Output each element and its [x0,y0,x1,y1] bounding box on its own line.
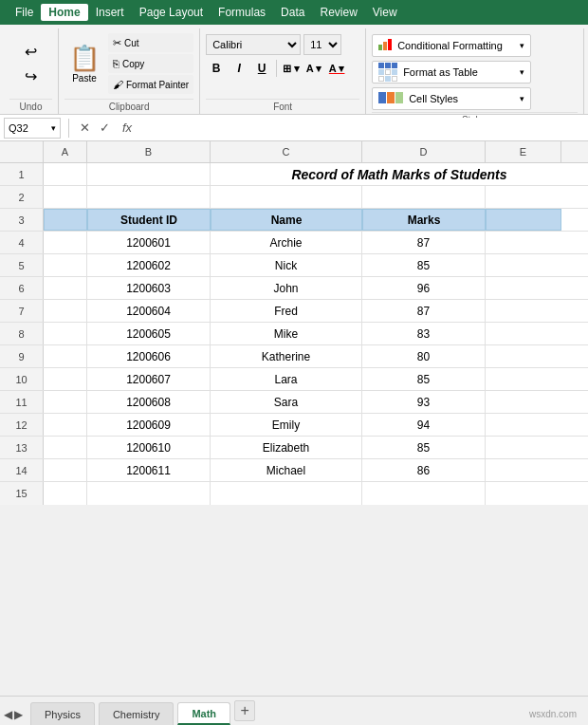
font-size-select[interactable]: 11 [303,34,341,55]
cell-b5[interactable]: 1200602 [87,254,211,276]
row-num-6[interactable]: 6 [0,277,44,299]
cell-d8[interactable]: 83 [362,323,486,344]
cell-b4[interactable]: 1200601 [87,232,211,253]
font-color-button[interactable]: A ▾ [326,58,347,79]
cell-d10[interactable]: 85 [362,368,486,390]
row-num-3[interactable]: 3 [0,209,44,231]
cell-d11[interactable]: 93 [362,391,486,413]
col-header-b[interactable]: B [87,141,211,162]
cell-e2[interactable] [486,186,561,208]
cell-c13[interactable]: Elizabeth [211,437,362,458]
add-sheet-button[interactable]: + [234,700,255,721]
menu-formulas[interactable]: Formulas [211,4,273,21]
formula-input[interactable] [141,118,584,139]
cell-d4[interactable]: 87 [362,232,486,253]
cell-e4[interactable] [486,232,561,253]
row-num-9[interactable]: 9 [0,345,44,367]
cell-e14[interactable] [486,459,561,481]
col-header-a[interactable]: A [44,141,87,162]
tab-prev-icon[interactable]: ◀ [4,708,12,721]
cell-e8[interactable] [486,323,561,344]
cell-d3[interactable]: Marks [362,209,486,231]
undo-button[interactable]: ↩ [18,41,45,62]
confirm-formula-icon[interactable]: ✓ [97,121,113,135]
cell-d9[interactable]: 80 [362,345,486,367]
cell-b6[interactable]: 1200603 [87,277,211,299]
row-num-14[interactable]: 14 [0,459,44,481]
cell-b11[interactable]: 1200608 [87,391,211,413]
row-num-12[interactable]: 12 [0,414,44,436]
cell-a12[interactable] [44,414,87,436]
cell-b3[interactable]: Student ID [87,209,211,231]
fill-color-button[interactable]: A ▾ [303,58,324,79]
cell-a10[interactable] [44,368,87,390]
cell-d13[interactable]: 85 [362,437,486,458]
tab-math[interactable]: Math [177,702,230,725]
cell-e11[interactable] [486,391,561,413]
underline-button[interactable]: U [251,58,272,79]
cell-b1[interactable] [87,163,211,185]
cell-b7[interactable]: 1200604 [87,300,211,322]
tab-physics[interactable]: Physics [30,702,95,725]
cell-e13[interactable] [486,437,561,458]
cut-button[interactable]: ✂ Cut [108,33,193,52]
menu-page-layout[interactable]: Page Layout [132,4,211,21]
cell-a7[interactable] [44,300,87,322]
italic-button[interactable]: I [229,58,249,79]
cell-e10[interactable] [486,368,561,390]
cell-b10[interactable]: 1200607 [87,368,211,390]
cell-c4[interactable]: Archie [211,232,362,253]
cell-a4[interactable] [44,232,87,253]
cell-c10[interactable]: Lara [211,368,362,390]
cell-a3[interactable] [44,209,87,231]
cell-a8[interactable] [44,323,87,344]
cell-b2[interactable] [87,186,211,208]
col-header-e[interactable]: E [486,141,561,162]
cell-a13[interactable] [44,437,87,458]
cell-e3[interactable] [486,209,561,231]
cancel-formula-icon[interactable]: ✕ [77,121,93,135]
cell-d5[interactable]: 85 [362,254,486,276]
menu-insert[interactable]: Insert [88,4,132,21]
row-num-2[interactable]: 2 [0,186,44,208]
cell-b15[interactable] [87,482,211,505]
cell-c9[interactable]: Katherine [211,345,362,367]
menu-view[interactable]: View [365,4,405,21]
menu-home[interactable]: Home [41,4,87,21]
row-num-11[interactable]: 11 [0,391,44,413]
row-num-1[interactable]: 1 [0,163,44,185]
cell-d2[interactable] [362,186,486,208]
border-button[interactable]: ⊞ ▾ [281,58,302,79]
cell-a14[interactable] [44,459,87,481]
cell-reference-box[interactable]: Q32 ▾ [4,118,61,139]
menu-file[interactable]: File [8,4,41,21]
cell-a6[interactable] [44,277,87,299]
cell-c6[interactable]: John [211,277,362,299]
cell-d15[interactable] [362,482,486,505]
cell-b8[interactable]: 1200605 [87,323,211,344]
cell-c3[interactable]: Name [211,209,362,231]
cell-c2[interactable] [211,186,362,208]
menu-data[interactable]: Data [273,4,312,21]
cell-a9[interactable] [44,345,87,367]
cell-d7[interactable]: 87 [362,300,486,322]
cell-e7[interactable] [486,300,561,322]
format-as-table-button[interactable]: Format as Table ▾ [372,61,531,84]
redo-button[interactable]: ↪ [18,65,45,86]
row-num-15[interactable]: 15 [0,482,44,505]
cell-e6[interactable] [486,277,561,299]
cell-c7[interactable]: Fred [211,300,362,322]
font-name-select[interactable]: Calibri [206,34,301,55]
cell-b12[interactable]: 1200609 [87,414,211,436]
row-num-7[interactable]: 7 [0,300,44,322]
bold-button[interactable]: B [206,58,227,79]
cell-c5[interactable]: Nick [211,254,362,276]
cell-e12[interactable] [486,414,561,436]
copy-button[interactable]: ⎘ Copy [108,54,193,73]
row-num-8[interactable]: 8 [0,323,44,344]
format-painter-button[interactable]: 🖌 Format Painter [108,75,193,94]
tab-chemistry[interactable]: Chemistry [99,702,175,725]
cell-a15[interactable] [44,482,87,505]
menu-review[interactable]: Review [312,4,364,21]
cell-title[interactable]: Record of Math Marks of Students [211,163,588,185]
